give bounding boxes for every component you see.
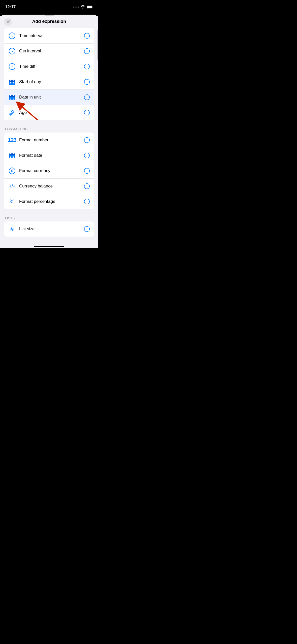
info-button[interactable] <box>84 63 90 70</box>
signal-icon <box>73 7 79 8</box>
svg-point-17 <box>10 84 11 84</box>
time: 12:17 <box>5 5 16 10</box>
home-indicator <box>0 244 98 248</box>
info-button[interactable] <box>84 33 90 39</box>
info-button[interactable] <box>84 137 90 143</box>
svg-point-46 <box>13 157 14 158</box>
svg-rect-13 <box>9 80 15 82</box>
svg-point-26 <box>12 98 13 99</box>
item-label: Format currency <box>19 168 84 173</box>
age-icon <box>8 109 16 117</box>
item-label: Get interval <box>19 49 84 54</box>
list-item-format-percentage[interactable]: % Format percentage <box>4 194 94 209</box>
info-button[interactable] <box>84 152 90 159</box>
svg-point-15 <box>12 82 13 83</box>
item-label: Format number <box>19 138 84 143</box>
svg-point-35 <box>12 111 14 113</box>
dollar-icon: $ <box>8 167 16 175</box>
wifi-icon <box>81 5 85 9</box>
svg-point-14 <box>10 82 11 83</box>
svg-point-16 <box>13 82 14 83</box>
svg-point-28 <box>10 99 11 100</box>
item-label: Date in unit <box>19 95 84 100</box>
info-button[interactable] <box>84 226 90 232</box>
clock-icon <box>8 32 16 40</box>
info-button[interactable] <box>84 79 90 85</box>
svg-point-29 <box>12 99 13 100</box>
list-item-format-currency[interactable]: $ Format currency <box>4 163 94 179</box>
list-item-format-date[interactable]: Format date <box>4 148 94 163</box>
svg-point-43 <box>13 156 14 157</box>
info-button[interactable] <box>84 94 90 101</box>
home-bar <box>34 246 64 247</box>
time-section-group: Time interval Get interval <box>4 28 94 120</box>
clock-icon <box>8 62 16 71</box>
status-bar: 12:17 <box>0 0 98 13</box>
close-button[interactable] <box>4 18 12 26</box>
svg-point-30 <box>13 99 14 100</box>
info-button[interactable] <box>84 183 90 189</box>
info-button[interactable] <box>84 109 90 116</box>
svg-point-25 <box>10 98 11 99</box>
calendar-icon <box>8 93 16 101</box>
clock-icon <box>8 47 16 55</box>
list-item-currency-balance[interactable]: +/− Currency balance <box>4 179 94 194</box>
item-label: Format percentage <box>19 199 84 204</box>
list-item[interactable]: Age <box>4 105 94 120</box>
lists-section-group: # List size <box>4 221 94 237</box>
info-button[interactable] <box>84 48 90 54</box>
number-icon: 123 <box>8 136 16 144</box>
svg-rect-40 <box>9 153 15 155</box>
svg-point-18 <box>12 84 13 84</box>
sheet: Add expression Time interval <box>0 15 98 248</box>
sheet-title: Add expression <box>32 19 66 24</box>
calendar-icon <box>8 151 16 159</box>
item-label: Time diff <box>19 64 84 69</box>
hash-icon: # <box>8 225 16 233</box>
section-label-formatting: FORMATTING <box>4 125 94 133</box>
scrollbar[interactable] <box>97 30 98 60</box>
item-label: List size <box>19 227 84 232</box>
svg-point-42 <box>12 156 13 157</box>
item-label: Age <box>19 110 84 115</box>
list-item-date-in-unit[interactable]: Date in unit <box>4 90 94 105</box>
list-item[interactable]: Time diff <box>4 59 94 74</box>
battery-icon <box>87 6 93 9</box>
list-item-list-size[interactable]: # List size <box>4 221 94 237</box>
list-item[interactable]: Time interval <box>4 28 94 44</box>
calendar-icon <box>8 78 16 86</box>
svg-point-45 <box>12 157 13 158</box>
content: Time interval Get interval <box>0 26 98 244</box>
status-icons <box>73 5 93 9</box>
info-button[interactable] <box>84 168 90 174</box>
sheet-header: Add expression <box>0 16 98 26</box>
info-button[interactable] <box>84 198 90 205</box>
item-label: Currency balance <box>19 184 84 189</box>
list-item-format-number[interactable]: 123 Format number <box>4 133 94 148</box>
item-label: Start of day <box>19 79 84 84</box>
svg-rect-24 <box>9 95 15 97</box>
svg-text:$: $ <box>11 169 13 173</box>
plusminus-icon: +/− <box>8 182 16 190</box>
percent-icon: % <box>8 198 16 206</box>
section-label-lists: LISTS <box>4 214 94 221</box>
item-label: Time interval <box>19 33 84 38</box>
list-item[interactable]: Get interval <box>4 44 94 59</box>
formatting-section-group: 123 Format number <box>4 133 94 209</box>
svg-point-44 <box>10 157 11 158</box>
item-label: Format date <box>19 153 84 158</box>
svg-point-41 <box>10 156 11 157</box>
svg-rect-1 <box>87 6 92 8</box>
svg-point-27 <box>13 98 14 99</box>
svg-point-19 <box>13 84 14 84</box>
list-item[interactable]: Start of day <box>4 74 94 90</box>
